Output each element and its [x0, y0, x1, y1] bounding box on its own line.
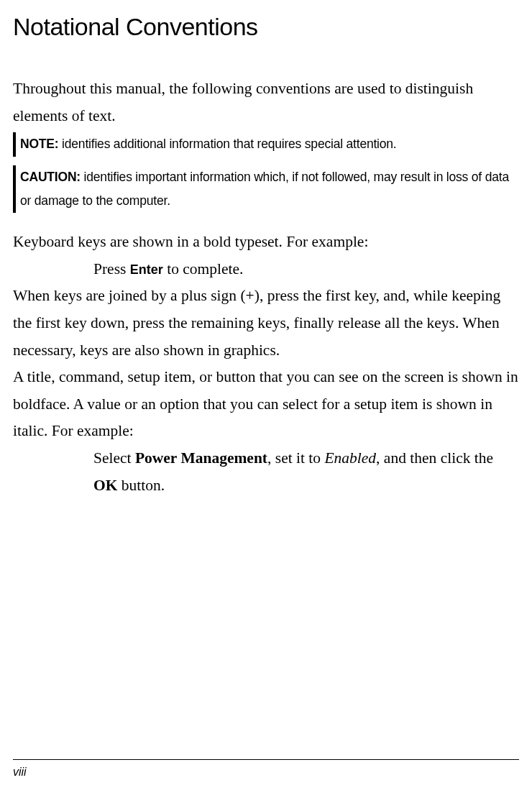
caution-callout: CAUTION: identifies important informatio…: [13, 165, 519, 214]
example-select-t4: button.: [117, 477, 165, 494]
example-select-t3: , and then click the: [376, 449, 493, 467]
enabled-italic: Enabled: [324, 449, 376, 467]
plus-sign-paragraph: When keys are joined by a plus sign (+),…: [13, 283, 519, 364]
ok-bold: OK: [93, 477, 117, 494]
note-text: identifies additional information that r…: [58, 137, 396, 151]
caution-text: identifies important information which, …: [20, 170, 509, 208]
note-label: NOTE:: [20, 137, 58, 151]
page-number: viii: [13, 766, 27, 779]
enter-key: Enter: [130, 262, 163, 277]
power-management-bold: Power Management: [135, 449, 267, 467]
example-select-t1: Select: [93, 449, 135, 467]
example-enter-pre: Press: [93, 260, 130, 278]
example-select-t2: , set it to: [267, 449, 324, 467]
example-enter: Press Enter to complete.: [93, 256, 519, 283]
keyboard-intro: Keyboard keys are shown in a bold typese…: [13, 229, 519, 256]
example-select: Select Power Management, set it to Enabl…: [93, 445, 519, 499]
footer-rule: [13, 759, 519, 760]
intro-paragraph: Throughout this manual, the following co…: [13, 75, 519, 129]
example-enter-post: to complete.: [163, 260, 244, 278]
caution-label: CAUTION:: [20, 170, 81, 184]
page-title: Notational Conventions: [13, 13, 519, 41]
screen-items-paragraph: A title, command, setup item, or button …: [13, 364, 519, 445]
note-callout: NOTE: identifies additional information …: [13, 132, 519, 156]
